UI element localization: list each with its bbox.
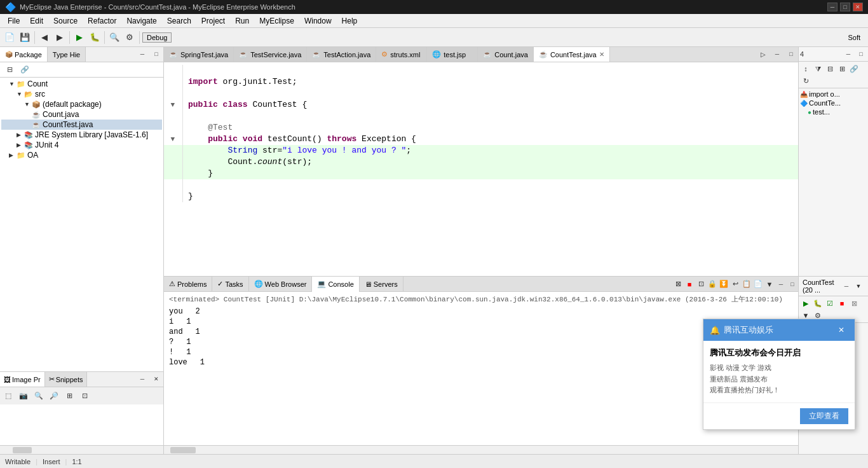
img-fit[interactable]: ⊞ xyxy=(62,389,76,403)
minimize-panel-button[interactable]: ─ xyxy=(135,47,149,61)
tab-testaction[interactable]: ☕ TestAction.java xyxy=(307,47,376,62)
menu-search[interactable]: Search xyxy=(162,15,196,27)
tree-item-src[interactable]: ▼ 📂 src xyxy=(1,89,162,99)
tab-struts[interactable]: ⚙ struts.xml xyxy=(376,47,427,62)
tab-springtest[interactable]: ☕ SpringTest.java xyxy=(164,47,234,62)
back-button[interactable]: ◀ xyxy=(37,31,51,45)
console-more-options[interactable]: ▼ xyxy=(764,279,775,290)
bottom-min-button[interactable]: ─ xyxy=(775,279,787,290)
save-button[interactable]: 💾 xyxy=(18,31,32,45)
outline-sort-button[interactable]: ↕ xyxy=(800,63,811,74)
img-tool-1[interactable]: ⬚ xyxy=(1,389,15,403)
tree-item-jre[interactable]: ▶ 📚 JRE System Library [JavaSE-1.6] xyxy=(1,130,162,140)
tab-type-hierarchy[interactable]: Type Hie xyxy=(48,47,86,62)
collapse-all-button[interactable]: ⊟ xyxy=(3,63,17,77)
tab-problems[interactable]: ⚠ Problems xyxy=(164,277,212,292)
close-tab-counttest[interactable]: ✕ xyxy=(599,51,604,58)
tab-servers[interactable]: 🖥 Servers xyxy=(360,277,403,292)
br-min-button[interactable]: ─ xyxy=(841,280,852,292)
tree-item-oa[interactable]: ▶ 📁 OA xyxy=(1,150,162,160)
br-debug-btn[interactable]: 🐛 xyxy=(812,298,824,309)
notification-action-button[interactable]: 立即查看 xyxy=(800,408,848,424)
tree-item-default-pkg[interactable]: ▼ 📦 (default package) xyxy=(1,99,162,109)
tab-package[interactable]: 📦 Package xyxy=(0,47,48,62)
tab-testservice[interactable]: ☕ TestService.java xyxy=(234,47,307,62)
tab-countjava[interactable]: ☕ Count.java xyxy=(478,47,534,62)
tab-counttest[interactable]: ☕ CountTest.java ✕ xyxy=(534,47,610,62)
menu-file[interactable]: File xyxy=(3,15,25,27)
fold-marker-class[interactable]: ▼ xyxy=(170,101,175,109)
outline-collapse-button[interactable]: ⊟ xyxy=(824,63,836,74)
editor-max-button[interactable]: □ xyxy=(784,47,798,61)
right-min-button[interactable]: ─ xyxy=(843,48,854,60)
more-tabs-button[interactable]: ▷ xyxy=(756,47,770,61)
br-close-button[interactable]: ▼ xyxy=(853,280,864,292)
menu-window[interactable]: Window xyxy=(299,15,337,27)
console-scroll-lock[interactable]: 🔒 xyxy=(707,279,718,290)
tasks-icon: ✓ xyxy=(217,280,223,288)
tab-tasks[interactable]: ✓ Tasks xyxy=(212,277,248,292)
tree-item-junit[interactable]: ▶ 📚 JUnit 4 xyxy=(1,140,162,150)
console-disconnect-button[interactable]: ⊡ xyxy=(695,279,707,290)
console-scroll-end[interactable]: ⏬ xyxy=(718,279,729,290)
debug-btn[interactable]: 🐛 xyxy=(88,31,102,45)
tab-webbrowser[interactable]: 🌐 Web Browser xyxy=(249,277,313,292)
tree-item-counttest-java[interactable]: ☕ CountTest.java xyxy=(1,120,162,130)
menu-myeclipse[interactable]: MyEclipse xyxy=(254,15,299,27)
code-editor[interactable]: import org.junit.Test; ▼ public class Co… xyxy=(164,62,798,276)
outline-item-import[interactable]: 📥 import o... xyxy=(800,90,867,99)
bottom-max-button[interactable]: □ xyxy=(787,279,798,290)
minimize-button[interactable]: ─ xyxy=(827,3,837,11)
run-button[interactable]: ▶ xyxy=(72,31,86,45)
tree-item-count[interactable]: ▼ 📁 Count xyxy=(1,79,162,89)
tb1[interactable]: 🔍 xyxy=(107,31,121,45)
img-tool-2[interactable]: 📷 xyxy=(17,389,31,403)
br-history-btn[interactable]: ■ xyxy=(836,298,848,309)
console-paste-button[interactable]: 📄 xyxy=(752,279,764,290)
close-bottom-left[interactable]: ✕ xyxy=(149,372,163,386)
maximize-button[interactable]: □ xyxy=(840,3,850,11)
br-run-btn[interactable]: ▶ xyxy=(800,298,811,309)
outline-expand-button[interactable]: ⊞ xyxy=(836,63,848,74)
tab-snippets[interactable]: ✂ Snippets xyxy=(45,372,88,387)
outline-item-method[interactable]: ● test... xyxy=(800,107,867,116)
tb2[interactable]: ⚙ xyxy=(123,31,137,45)
console-clear-button[interactable]: ⊠ xyxy=(672,279,684,290)
notification-close-button[interactable]: ✕ xyxy=(834,323,848,337)
console-copy-button[interactable]: 📋 xyxy=(741,279,752,290)
outline-sync-button[interactable]: ↻ xyxy=(800,75,811,86)
fold-marker-method[interactable]: ▼ xyxy=(170,135,175,143)
menu-help[interactable]: Help xyxy=(337,15,363,27)
menu-run[interactable]: Run xyxy=(230,15,254,27)
tab-image-preview[interactable]: 🖼 Image Pr xyxy=(0,372,45,387)
close-button[interactable]: ✕ xyxy=(853,3,863,11)
img-zoom-in[interactable]: 🔍 xyxy=(32,389,46,403)
img-zoom-out[interactable]: 🔎 xyxy=(47,389,61,403)
console-terminate-button[interactable]: ■ xyxy=(684,279,695,290)
new-button[interactable]: 📄 xyxy=(3,31,17,45)
editor-min-button[interactable]: ─ xyxy=(770,47,784,61)
console-word-wrap[interactable]: ↩ xyxy=(729,279,741,290)
h-scrollbar-left[interactable] xyxy=(0,445,163,454)
br-coverage-btn[interactable]: ☑ xyxy=(824,298,836,309)
right-max-button[interactable]: □ xyxy=(855,48,867,60)
menu-source[interactable]: Source xyxy=(48,15,83,27)
menu-navigate[interactable]: Navigate xyxy=(121,15,161,27)
minimize-bottom-left[interactable]: ─ xyxy=(135,372,149,386)
maximize-panel-button[interactable]: □ xyxy=(149,47,163,61)
forward-button[interactable]: ▶ xyxy=(53,31,67,45)
br-stop-btn[interactable]: ⊠ xyxy=(848,298,860,309)
outline-filter-button[interactable]: ⧩ xyxy=(812,63,824,74)
menu-edit[interactable]: Edit xyxy=(25,15,48,27)
bottom-tabs: ⚠ Problems ✓ Tasks 🌐 Web Browser xyxy=(164,277,798,292)
link-button[interactable]: 🔗 xyxy=(18,63,32,77)
tree-item-count-java[interactable]: ☕ Count.java xyxy=(1,109,162,120)
tab-testjsp[interactable]: 🌐 test.jsp xyxy=(427,47,478,62)
outline-item-class[interactable]: 🔷 CountTe... xyxy=(800,99,867,107)
menu-refactor[interactable]: Refactor xyxy=(83,15,121,27)
tab-console[interactable]: 💻 Console xyxy=(312,277,359,292)
outline-link-button[interactable]: 🔗 xyxy=(848,63,860,74)
img-actual[interactable]: ⊡ xyxy=(78,389,92,403)
menu-project[interactable]: Project xyxy=(196,15,230,27)
h-scrollbar-console[interactable] xyxy=(164,445,798,454)
